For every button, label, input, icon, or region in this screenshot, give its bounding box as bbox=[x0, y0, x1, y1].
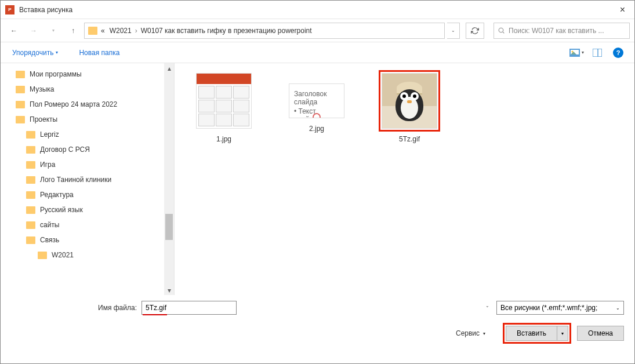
file-thumbnail bbox=[382, 73, 437, 129]
folder-tree: Мои программы Музыка Пол Ромеро 24 марта… bbox=[1, 63, 175, 295]
close-button[interactable]: × bbox=[615, 2, 630, 17]
folder-icon bbox=[16, 101, 25, 108]
dialog-footer: Имя файла: ⌄ Все рисунки (*.emf;*.wmf;*.… bbox=[1, 295, 634, 352]
search-input[interactable]: Поиск: W0107 как вставить ... bbox=[494, 23, 630, 39]
folder-icon bbox=[26, 206, 35, 214]
new-folder-button[interactable]: Новая папка bbox=[75, 46, 123, 59]
tree-item[interactable]: Русский язык bbox=[12, 202, 174, 217]
tree-item[interactable]: Договор С РСЯ bbox=[12, 142, 174, 157]
toolbar: Упорядочить ▾ Новая папка ▾ ? bbox=[1, 42, 634, 63]
folder-icon bbox=[26, 176, 35, 184]
path-dropdown[interactable]: ⌄ bbox=[447, 23, 460, 39]
folder-icon bbox=[16, 71, 25, 78]
svg-point-0 bbox=[499, 28, 503, 32]
folder-icon bbox=[26, 221, 35, 229]
file-item[interactable]: Заголовок слайда• Текст слайда 2.jpg bbox=[279, 70, 354, 133]
title-bar: P Вставка рисунка × bbox=[1, 1, 634, 19]
scroll-up-icon[interactable]: ▴ bbox=[164, 63, 174, 73]
tree-item[interactable]: Мои программы bbox=[12, 67, 174, 82]
filename-input[interactable] bbox=[141, 301, 237, 315]
breadcrumb-path[interactable]: « W2021 › W0107 как вставить гифку в пре… bbox=[84, 23, 445, 39]
folder-icon bbox=[26, 236, 35, 244]
tree-item[interactable]: Редактура bbox=[12, 187, 174, 202]
file-thumbnail bbox=[196, 73, 252, 129]
scrollbar[interactable]: ▴ ▾ bbox=[164, 63, 174, 295]
forward-button[interactable]: → bbox=[25, 22, 42, 39]
refresh-button[interactable] bbox=[466, 23, 484, 39]
folder-icon bbox=[26, 131, 35, 139]
tree-item[interactable]: Связь bbox=[12, 232, 174, 247]
file-list: 1.jpg Заголовок слайда• Текст слайда 2.j… bbox=[175, 63, 634, 295]
scroll-down-icon[interactable]: ▾ bbox=[164, 285, 174, 295]
search-placeholder: Поиск: W0107 как вставить ... bbox=[509, 27, 604, 35]
preview-pane-button[interactable] bbox=[589, 46, 605, 60]
tools-dropdown[interactable]: Сервис▾ bbox=[456, 329, 485, 337]
dialog-body: Мои программы Музыка Пол Ромеро 24 марта… bbox=[1, 63, 634, 295]
tree-item[interactable]: Lepriz bbox=[12, 127, 174, 142]
highlight-underline bbox=[143, 314, 167, 315]
tree-item[interactable]: Музыка bbox=[12, 82, 174, 97]
window-title: Вставка рисунка bbox=[19, 6, 615, 14]
organize-button[interactable]: Упорядочить ▾ bbox=[9, 46, 61, 59]
tree-item[interactable]: Проекты bbox=[12, 112, 174, 127]
file-thumbnail: Заголовок слайда• Текст слайда bbox=[289, 83, 344, 118]
tree-item[interactable]: Игра bbox=[12, 157, 174, 172]
cancel-button[interactable]: Отмена bbox=[577, 326, 624, 341]
folder-icon bbox=[26, 191, 35, 199]
breadcrumb-sep: › bbox=[135, 27, 137, 35]
app-icon: P bbox=[5, 5, 14, 14]
tree-item[interactable]: Лого Таниной клиники bbox=[12, 172, 174, 187]
filename-label: Имя файла: bbox=[98, 304, 137, 312]
folder-icon bbox=[16, 86, 25, 93]
search-icon bbox=[498, 27, 505, 34]
file-item-selected[interactable]: 5Tz.gif bbox=[372, 70, 447, 143]
file-item[interactable]: 1.jpg bbox=[186, 70, 262, 143]
view-mode-button[interactable]: ▾ bbox=[568, 46, 585, 60]
insert-dropdown-arrow[interactable]: ▾ bbox=[557, 326, 568, 340]
tree-item[interactable]: сайты bbox=[12, 217, 174, 232]
svg-rect-6 bbox=[593, 49, 602, 57]
file-name: 1.jpg bbox=[216, 135, 231, 143]
folder-icon bbox=[26, 161, 35, 169]
recent-dropdown[interactable]: ▾ bbox=[45, 22, 62, 39]
folder-icon bbox=[38, 252, 47, 259]
scroll-thumb[interactable] bbox=[165, 214, 173, 240]
chevron-down-icon[interactable]: ⌄ bbox=[485, 303, 489, 308]
nav-bar: ← → ▾ ↑ « W2021 › W0107 как вставить гиф… bbox=[1, 19, 634, 42]
insert-button[interactable]: Вставить ▾ bbox=[506, 326, 568, 341]
folder-icon bbox=[26, 146, 35, 154]
file-name: 2.jpg bbox=[309, 125, 324, 133]
tree-item[interactable]: W2021 bbox=[12, 247, 174, 263]
folder-icon bbox=[16, 116, 25, 123]
back-button[interactable]: ← bbox=[5, 22, 23, 39]
filetype-dropdown[interactable]: Все рисунки (*.emf;*.wmf;*.jpg;⌄ bbox=[496, 301, 624, 315]
up-button[interactable]: ↑ bbox=[64, 22, 82, 39]
breadcrumb-item[interactable]: W2021 bbox=[108, 27, 133, 35]
folder-icon bbox=[88, 27, 97, 35]
help-button[interactable]: ? bbox=[610, 46, 626, 60]
breadcrumb-item[interactable]: W0107 как вставить гифку в презентацию p… bbox=[140, 27, 313, 35]
svg-line-1 bbox=[503, 32, 504, 33]
file-name: 5Tz.gif bbox=[399, 135, 420, 143]
tree-item[interactable]: Пол Ромеро 24 марта 2022 bbox=[12, 97, 174, 112]
insert-button-highlight: Вставить ▾ bbox=[503, 323, 571, 344]
breadcrumb-prefix: « bbox=[100, 27, 106, 35]
